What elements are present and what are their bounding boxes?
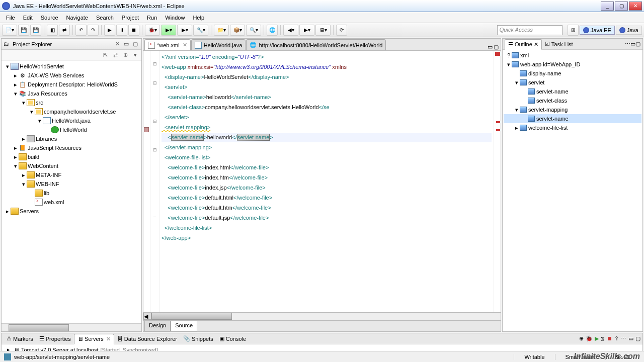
- bottom-tab-servers[interactable]: 🖥Servers✕: [74, 334, 114, 344]
- tree-build[interactable]: build: [28, 154, 39, 160]
- toggle-button[interactable]: ◧: [47, 25, 58, 36]
- tree-servers[interactable]: Servers: [20, 208, 39, 214]
- server-new-icon[interactable]: ⊕: [579, 335, 584, 342]
- tree-src[interactable]: src: [36, 100, 43, 106]
- save-button[interactable]: 💾: [18, 25, 29, 36]
- perspective-java[interactable]: Java: [616, 26, 642, 35]
- tree-metainf[interactable]: META-INF: [36, 172, 61, 178]
- outline-min-icon[interactable]: ▭: [630, 41, 635, 47]
- editor-tab-webxml[interactable]: *web.xml✕: [144, 39, 191, 50]
- server-stop-icon[interactable]: ⏹: [607, 335, 612, 342]
- outline-smap[interactable]: servlet-mapping: [528, 107, 568, 113]
- tree-webxml[interactable]: web.xml: [44, 199, 64, 205]
- outline-xml[interactable]: xml: [520, 52, 529, 58]
- outline-dname[interactable]: display-name: [528, 70, 561, 76]
- bottom-menu-icon[interactable]: ⋯: [621, 335, 626, 342]
- error-indicator-icon[interactable]: [495, 52, 500, 56]
- bottom-tab-dse[interactable]: 🗄Data Source Explorer: [114, 334, 180, 343]
- collapse-all-button[interactable]: ⇱: [101, 51, 109, 59]
- resume-button[interactable]: ▶: [104, 25, 115, 36]
- suspend-button[interactable]: ⏸: [116, 25, 127, 36]
- menu-search[interactable]: Search: [92, 13, 118, 22]
- run-button[interactable]: ▶▾: [161, 25, 176, 36]
- focus-task-button[interactable]: ⊕: [121, 51, 129, 59]
- tree-jaxws[interactable]: JAX-WS Web Services: [28, 72, 84, 78]
- bottom-tab-snippets[interactable]: 📎Snippets: [180, 334, 216, 343]
- outline-max-icon[interactable]: ▢: [635, 41, 640, 47]
- redo-button[interactable]: ↷: [88, 25, 99, 36]
- server-debug-icon[interactable]: 🐞: [586, 335, 593, 342]
- tree-webinf[interactable]: WEB-INF: [36, 181, 59, 187]
- nav-back-button[interactable]: ◀▾: [283, 25, 298, 36]
- menu-navigate[interactable]: Navigate: [62, 13, 92, 22]
- fold-icon[interactable]: ⊟: [150, 61, 159, 71]
- tree-webcontent[interactable]: WebContent: [28, 163, 58, 169]
- view-minimize-icon[interactable]: ▭: [122, 40, 130, 48]
- servers-close-icon[interactable]: ✕: [106, 336, 111, 342]
- outline-sname1[interactable]: servlet-name: [536, 88, 569, 95]
- menu-source[interactable]: Source: [37, 13, 62, 22]
- outline-tree[interactable]: ?xml ▾web-app id=WebApp_ID display-name …: [503, 50, 642, 331]
- save-all-button[interactable]: 💾: [30, 25, 41, 36]
- tree-lib[interactable]: lib: [44, 190, 49, 196]
- editor-body[interactable]: ⊟ ⊟ ⊟ ⊟ – <?xml version="1.0" encoding="…: [143, 50, 501, 313]
- open-type-button[interactable]: 🔍▾: [246, 25, 261, 36]
- nav-fwd-button[interactable]: ▶▾: [299, 25, 314, 36]
- overview-ruler[interactable]: [494, 51, 501, 312]
- editor-minimize-icon[interactable]: ▭: [488, 44, 493, 50]
- terminate-button[interactable]: ⏹: [128, 25, 139, 36]
- editor-tab-hello[interactable]: HelloWorld.java: [191, 39, 246, 50]
- menu-edit[interactable]: Edit: [19, 13, 37, 22]
- tree-libs[interactable]: Libraries: [36, 136, 57, 142]
- new-server-button[interactable]: 📁▾: [214, 25, 229, 36]
- debug-button[interactable]: 🐞▾: [145, 25, 160, 36]
- menu-project[interactable]: Project: [118, 13, 143, 22]
- sub-tab-source[interactable]: Source: [171, 321, 197, 331]
- error-marker-icon[interactable]: [496, 121, 500, 123]
- outline-tab[interactable]: ☰Outline✕: [505, 39, 542, 50]
- new-button[interactable]: 📄▾: [2, 25, 17, 36]
- servers-button[interactable]: 🖥▾: [315, 25, 331, 36]
- undo-button[interactable]: ↶: [75, 25, 87, 36]
- menu-run[interactable]: Run: [143, 13, 161, 22]
- project-tree[interactable]: ▾HelloWorldServlet ▸⚙JAX-WS Web Services…: [2, 61, 141, 323]
- bottom-tab-markers[interactable]: ⚠Markers: [4, 334, 36, 343]
- tree-cls-java[interactable]: HelloWorld.java: [52, 118, 91, 124]
- run-last-button[interactable]: ▶▾: [177, 25, 192, 36]
- tab-close-icon[interactable]: ✕: [183, 42, 187, 48]
- tree-cls[interactable]: HelloWorld: [60, 127, 87, 133]
- ext-tools-button[interactable]: 🔧▾: [193, 25, 208, 36]
- tasklist-tab[interactable]: ☑Task List: [542, 39, 576, 49]
- outline-sname2[interactable]: servlet-name: [536, 116, 569, 122]
- editor-tab-url[interactable]: 🌐http://localhost:8080/HelloWorldServlet…: [246, 39, 386, 50]
- maximize-button[interactable]: ▢: [615, 2, 628, 11]
- outline-wfl[interactable]: welcome-file-list: [528, 125, 568, 131]
- open-perspective-button[interactable]: ⊞: [568, 25, 579, 36]
- server-profile-icon[interactable]: ⧖: [601, 335, 605, 342]
- perspective-javaee[interactable]: Java EE: [580, 26, 615, 35]
- fold-icon[interactable]: ⊟: [150, 147, 159, 157]
- web-browser-button[interactable]: 🌐: [267, 25, 278, 36]
- fold-icon[interactable]: ⊟: [150, 119, 159, 128]
- tree-jsres[interactable]: JavaScript Resources: [28, 145, 82, 151]
- outline-sclass[interactable]: servlet-class: [536, 98, 567, 104]
- bottom-tab-console[interactable]: ▣Console: [216, 334, 249, 343]
- view-menu-button[interactable]: ▾: [131, 51, 139, 59]
- tree-pkg[interactable]: company.helloworldservlet.se: [44, 109, 116, 115]
- refresh-button[interactable]: ⟳: [336, 25, 347, 36]
- menu-help[interactable]: Help: [189, 13, 208, 22]
- outline-servlet[interactable]: servlet: [528, 79, 544, 85]
- bottom-max-icon[interactable]: ▢: [635, 335, 640, 342]
- menu-window[interactable]: Window: [161, 13, 189, 22]
- editor-hscroll[interactable]: ◀: [143, 313, 501, 321]
- tree-depdesc[interactable]: Deployment Descriptor: HelloWorldS: [28, 81, 118, 87]
- new-module-button[interactable]: 📦▾: [230, 25, 245, 36]
- sub-tab-design[interactable]: Design: [144, 321, 171, 331]
- link-button[interactable]: ⇄: [59, 25, 70, 36]
- outline-webapp[interactable]: web-app id=WebApp_ID: [520, 61, 580, 67]
- bottom-tab-properties[interactable]: ☰Properties: [36, 334, 74, 343]
- error-marker-icon[interactable]: [496, 129, 500, 131]
- view-maximize-icon[interactable]: ▢: [131, 40, 139, 48]
- server-start-icon[interactable]: ▶: [595, 335, 599, 342]
- outline-close-icon[interactable]: ✕: [534, 41, 538, 48]
